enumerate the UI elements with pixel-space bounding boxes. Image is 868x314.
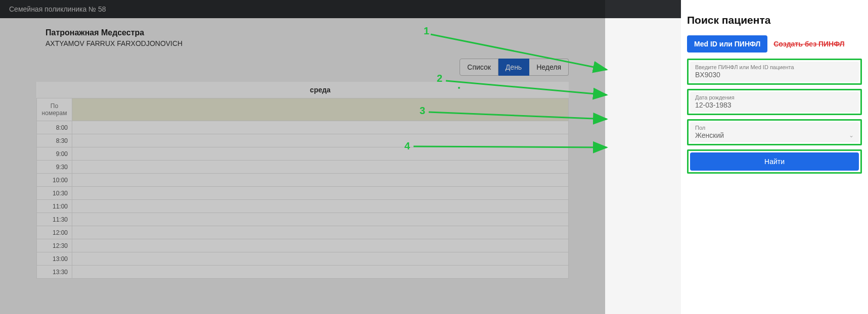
- view-tabs: Список День Неделя: [36, 59, 569, 76]
- tab-create-no-pinfl: Создать без ПИНФЛ: [773, 40, 844, 48]
- time-slot: 11:00: [37, 200, 72, 213]
- time-slot: 10:30: [37, 187, 72, 200]
- gender-select[interactable]: Пол Женский ⌄: [690, 122, 859, 142]
- pinfl-value: BX9030: [695, 71, 854, 79]
- calendar-cell[interactable]: [72, 134, 569, 147]
- field-dob-box: Дата рождения 12-03-1983: [687, 89, 862, 115]
- time-slot: 11:30: [37, 213, 72, 226]
- main-area: Патронажная Медсестра AXTYAMOV FARRUX FA…: [0, 18, 605, 314]
- time-slot: 12:00: [37, 226, 72, 239]
- dob-value: 12-03-1983: [695, 101, 854, 109]
- field-pinfl-box: Введите ПИНФЛ или Med ID пациента BX9030: [687, 59, 862, 85]
- gender-label: Пол: [695, 125, 854, 131]
- time-slot: 8:30: [37, 134, 72, 147]
- time-slot: 10:00: [37, 174, 72, 187]
- calendar-cell-now[interactable]: [72, 213, 569, 226]
- gender-value: Женский ⌄: [695, 131, 854, 139]
- chevron-down-icon: ⌄: [849, 132, 854, 139]
- pinfl-input[interactable]: Введите ПИНФЛ или Med ID пациента BX9030: [690, 62, 859, 82]
- calendar-cell[interactable]: [72, 239, 569, 252]
- dob-label: Дата рождения: [695, 94, 854, 100]
- calendar-cell[interactable]: [72, 174, 569, 187]
- calendar-row-label: По номерам: [37, 98, 72, 121]
- doctor-name: AXTYAMOV FARRUX FARXODJONOVICH: [45, 39, 569, 47]
- dob-input[interactable]: Дата рождения 12-03-1983: [690, 92, 859, 112]
- pinfl-label: Введите ПИНФЛ или Med ID пациента: [695, 64, 854, 70]
- doctor-block: Патронажная Медсестра AXTYAMOV FARRUX FA…: [36, 28, 569, 47]
- clinic-title: Семейная поликлиника № 58: [9, 5, 106, 13]
- calendar-table: среда По номерам 8:00 8:30 9:00 9:30 10:…: [36, 82, 569, 279]
- calendar-corner: [37, 82, 72, 98]
- time-slot: 9:30: [37, 161, 72, 174]
- calendar-day-heading: среда: [72, 82, 569, 98]
- calendar-cell[interactable]: [72, 161, 569, 174]
- time-slot: 8:00: [37, 121, 72, 134]
- time-slot: 12:30: [37, 239, 72, 252]
- tab-list[interactable]: Список: [460, 59, 498, 76]
- tab-medid-pinfl[interactable]: Med ID или ПИНФЛ: [687, 35, 767, 53]
- tab-day[interactable]: День: [498, 59, 529, 76]
- calendar-cell[interactable]: [72, 147, 569, 161]
- find-button[interactable]: Найти: [690, 152, 859, 171]
- field-gender-box: Пол Женский ⌄: [687, 119, 862, 145]
- time-slot: 9:00: [37, 147, 72, 161]
- doctor-role: Патронажная Медсестра: [45, 28, 569, 37]
- calendar-cell[interactable]: [72, 121, 569, 134]
- calendar-cell[interactable]: [72, 200, 569, 213]
- find-button-highlight: Найти: [687, 149, 862, 174]
- panel-tabs: Med ID или ПИНФЛ Создать без ПИНФЛ: [687, 35, 862, 53]
- calendar-cell[interactable]: [72, 226, 569, 239]
- calendar-cell[interactable]: [72, 187, 569, 200]
- tab-week[interactable]: Неделя: [529, 59, 569, 76]
- panel-title: Поиск пациента: [687, 14, 862, 26]
- time-slot: 13:30: [37, 266, 72, 279]
- time-slot: 13:00: [37, 252, 72, 266]
- calendar-row-body[interactable]: [72, 98, 569, 121]
- calendar-cell[interactable]: [72, 266, 569, 279]
- calendar-cell[interactable]: [72, 252, 569, 266]
- patient-search-panel: Поиск пациента Med ID или ПИНФЛ Создать …: [681, 0, 868, 314]
